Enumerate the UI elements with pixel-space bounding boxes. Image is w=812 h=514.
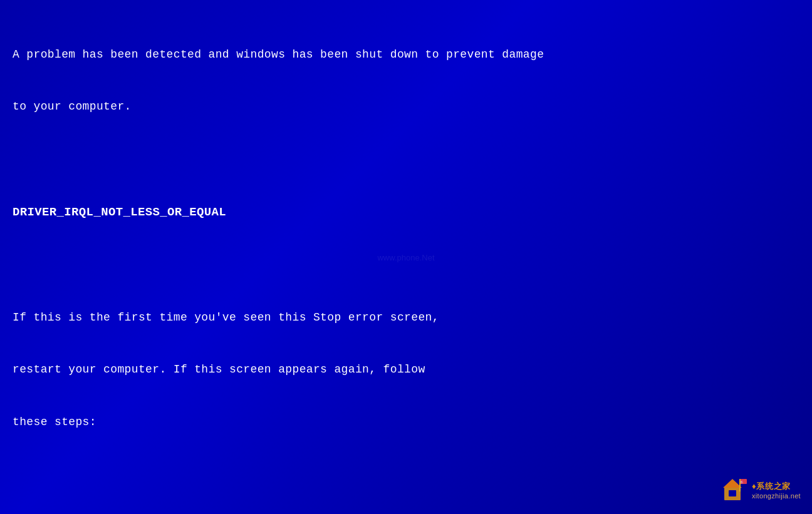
watermark-logo-icon: 系	[723, 478, 748, 503]
svg-marker-1	[723, 479, 742, 488]
svg-text:系: 系	[740, 480, 743, 484]
blank-3	[13, 466, 799, 484]
line-3: If this is the first time you've seen th…	[13, 309, 799, 327]
blank-1	[13, 151, 799, 168]
bsod-screen: A problem has been detected and windows …	[0, 0, 812, 514]
watermark-site2-label: xitongzhijia.net	[752, 492, 801, 500]
error-code: DRIVER_IRQL_NOT_LESS_OR_EQUAL	[13, 203, 799, 222]
svg-rect-2	[729, 490, 736, 496]
line-4: restart your computer. If this screen ap…	[13, 361, 799, 379]
line-1: A problem has been detected and windows …	[13, 46, 799, 64]
blank-2	[13, 257, 799, 274]
watermark: 系 ♦系统之家 xitongzhijia.net	[723, 478, 801, 503]
line-2: to your computer.	[13, 98, 799, 116]
line-5: these steps:	[13, 414, 799, 431]
bsod-content: A problem has been detected and windows …	[13, 11, 799, 514]
watermark-text: ♦系统之家 xitongzhijia.net	[752, 481, 801, 500]
watermark-site1-label: ♦系统之家	[752, 481, 791, 492]
